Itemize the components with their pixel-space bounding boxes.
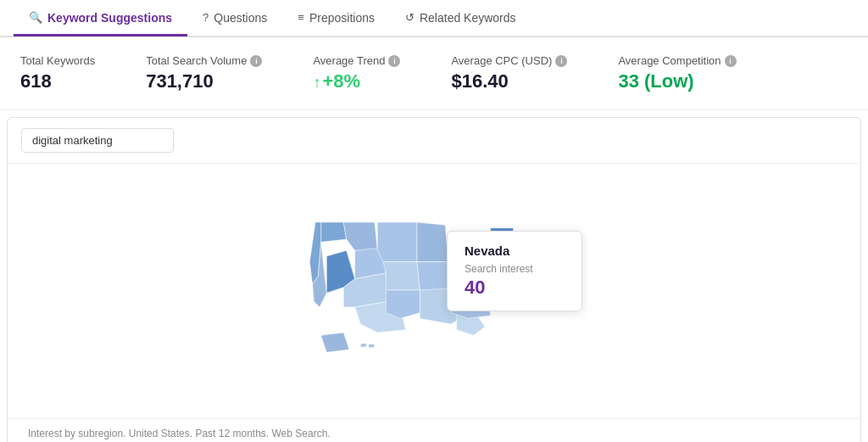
- map-footer: Interest by subregion. United States. Pa…: [8, 418, 860, 442]
- stats-bar: Total Keywords 618 Total Search Volume i…: [0, 37, 868, 110]
- trend-value: ↑+8%: [313, 70, 400, 92]
- tab-questions[interactable]: ? Questions: [187, 1, 282, 36]
- info-icon-trend[interactable]: i: [388, 55, 400, 67]
- us-map-wrapper: Nevada Search interest 40: [298, 205, 570, 378]
- prepositions-icon: ≡: [298, 11, 304, 24]
- info-icon-search-volume[interactable]: i: [250, 55, 262, 67]
- stat-average-competition: Average Competition i 33 (Low): [618, 54, 736, 92]
- map-container: Nevada Search interest 40: [8, 164, 860, 418]
- stat-average-trend: Average Trend i ↑+8%: [313, 54, 400, 92]
- related-icon: ↺: [405, 11, 415, 24]
- search-icon: 🔍: [29, 11, 42, 24]
- stat-total-keywords: Total Keywords 618: [20, 54, 95, 92]
- question-icon: ?: [203, 11, 209, 24]
- tab-prepositions[interactable]: ≡ Prepositions: [282, 1, 390, 36]
- search-area: digital marketing: [8, 118, 860, 164]
- info-icon-cpc[interactable]: i: [555, 55, 567, 67]
- trend-arrow-icon: ↑: [313, 74, 320, 91]
- search-box[interactable]: digital marketing: [21, 128, 174, 153]
- info-icon-competition[interactable]: i: [725, 55, 737, 67]
- map-card: digital marketing: [7, 117, 861, 442]
- nav-tabs: 🔍 Keyword Suggestions ? Questions ≡ Prep…: [0, 0, 868, 37]
- tab-related-keywords[interactable]: ↺ Related Keywords: [390, 1, 531, 36]
- map-tooltip: Nevada Search interest 40: [447, 231, 582, 311]
- stat-total-search-volume: Total Search Volume i 731,710: [146, 54, 262, 92]
- stat-average-cpc: Average CPC (USD) i $16.40: [451, 54, 567, 92]
- tab-keyword-suggestions[interactable]: 🔍 Keyword Suggestions: [14, 1, 187, 36]
